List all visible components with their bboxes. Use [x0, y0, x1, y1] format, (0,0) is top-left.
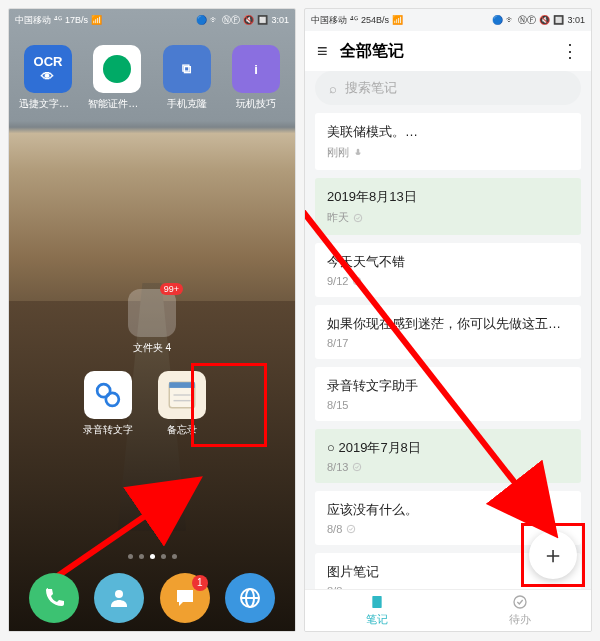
note-meta: 8/17	[327, 337, 569, 349]
svg-point-11	[354, 214, 362, 222]
note-meta: 9/12	[327, 275, 569, 287]
notes-list[interactable]: 美联储模式。…刚刚2019年8月13日昨天今天天气不错9/12如果你现在感到迷茫…	[315, 113, 581, 589]
note-item[interactable]: 2019年8月13日昨天	[315, 178, 581, 235]
add-note-button[interactable]: ＋	[529, 531, 577, 579]
dock-phone[interactable]	[29, 573, 79, 623]
notes-topbar: ≡ 全部笔记 ⋮	[305, 31, 591, 71]
note-title: ○ 2019年7月8日	[327, 439, 569, 457]
note-meta: 刚刚	[327, 145, 569, 160]
app-phone-clone[interactable]: ⧉手机克隆	[158, 45, 216, 111]
dock-browser[interactable]	[225, 573, 275, 623]
app-voice-to-text[interactable]: 录音转文字	[79, 371, 137, 437]
svg-point-1	[106, 393, 119, 406]
note-item[interactable]: 录音转文字助手8/15	[315, 367, 581, 421]
note-title: 应该没有什么。	[327, 501, 569, 519]
note-title: 今天天气不错	[327, 253, 569, 271]
page-indicator	[9, 554, 295, 559]
svg-point-12	[354, 277, 362, 285]
note-title: 录音转文字助手	[327, 377, 569, 395]
search-placeholder: 搜索笔记	[345, 79, 397, 97]
status-bar: 中国移动⁴ᴳ254B/s📶 🔵ᯤⓃⒻ🔇🔲3:01	[305, 9, 591, 31]
search-icon: ⌕	[329, 81, 337, 96]
app-id-photo[interactable]: 智能证件照…	[88, 45, 146, 111]
note-item[interactable]: 今天天气不错9/12	[315, 243, 581, 297]
msg-badge: 1	[192, 575, 208, 591]
folder-4[interactable]: 99+ 文件夹 4	[123, 289, 181, 355]
svg-point-7	[115, 590, 123, 598]
note-item[interactable]: 美联储模式。…刚刚	[315, 113, 581, 170]
highlight-memo	[191, 363, 267, 447]
status-bar: 中国移动⁴ᴳ17B/s📶 🔵ᯤⓃⒻ🔇🔲3:01	[9, 9, 295, 31]
note-title: 如果你现在感到迷茫，你可以先做这五件事	[327, 315, 569, 333]
dock-messages[interactable]: 1	[160, 573, 210, 623]
app-ocr[interactable]: OCR👁迅捷文字识…	[19, 45, 77, 111]
svg-point-14	[348, 525, 356, 533]
note-item[interactable]: ○ 2019年7月8日8/13	[315, 429, 581, 483]
bottom-tabs: 笔记 待办	[305, 589, 591, 631]
notes-app: 中国移动⁴ᴳ254B/s📶 🔵ᯤⓃⒻ🔇🔲3:01 ≡ 全部笔记 ⋮ ⌕ 搜索笔记…	[304, 8, 592, 632]
menu-icon[interactable]: ≡	[317, 41, 328, 62]
more-icon[interactable]: ⋮	[561, 40, 579, 62]
svg-rect-16	[372, 596, 381, 608]
app-tips[interactable]: i玩机技巧	[227, 45, 285, 111]
tab-notes[interactable]: 笔记	[305, 590, 448, 631]
home-screen: 中国移动⁴ᴳ17B/s📶 🔵ᯤⓃⒻ🔇🔲3:01 OCR👁迅捷文字识… 智能证件照…	[8, 8, 296, 632]
dock-contacts[interactable]	[94, 573, 144, 623]
folder-badge: 99+	[160, 283, 183, 295]
svg-point-17	[514, 596, 526, 608]
page-title: 全部笔记	[340, 41, 549, 62]
search-input[interactable]: ⌕ 搜索笔记	[315, 71, 581, 105]
tab-todo[interactable]: 待办	[448, 590, 591, 631]
note-item[interactable]: 如果你现在感到迷茫，你可以先做这五件事8/17	[315, 305, 581, 359]
note-title: 美联储模式。…	[327, 123, 569, 141]
note-title: 2019年8月13日	[327, 188, 569, 206]
note-meta: 8/15	[327, 399, 569, 411]
note-meta: 昨天	[327, 210, 569, 225]
note-meta: 8/13	[327, 461, 569, 473]
dock: 1	[9, 573, 295, 623]
svg-point-13	[354, 463, 362, 471]
